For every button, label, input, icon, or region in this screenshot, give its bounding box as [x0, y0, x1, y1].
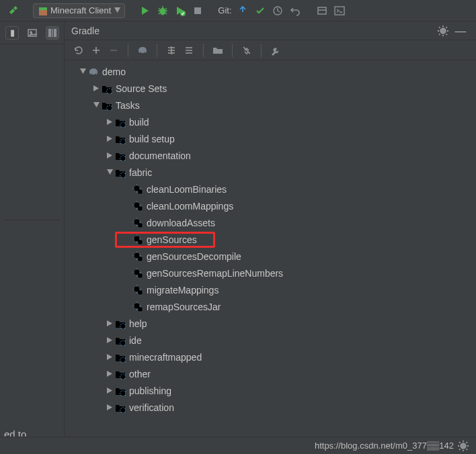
task-cleanLoomMappings[interactable]: cleanLoomMappings — [65, 197, 476, 214]
chevron-down-icon[interactable] — [78, 69, 87, 75]
folder-gear-icon — [101, 99, 113, 111]
hammer-icon[interactable] — [6, 4, 19, 17]
left-gutter: ▮ ed to — [0, 21, 65, 454]
offline-mode-icon[interactable] — [240, 44, 253, 57]
chevron-right-icon[interactable] — [105, 404, 114, 410]
panel-settings-icon[interactable] — [436, 24, 450, 38]
remove-icon — [107, 44, 120, 57]
gear-icon — [132, 183, 144, 195]
chevron-right-icon[interactable] — [105, 388, 114, 394]
gear-icon — [132, 284, 144, 296]
chevron-right-icon[interactable] — [105, 119, 114, 125]
left-tab-cols-icon[interactable] — [46, 26, 59, 40]
tree-group-documentation[interactable]: documentation — [65, 147, 476, 164]
main-toolbar: Minecraft Client Git: — [0, 0, 476, 21]
link-project-icon[interactable] — [211, 44, 225, 57]
run-coverage-icon[interactable] — [173, 4, 187, 17]
chevron-right-icon[interactable] — [105, 136, 114, 142]
gradle-tree[interactable]: demo Source Sets Tasks build build setup — [65, 60, 476, 437]
tree-group-publishing[interactable]: publishing — [65, 382, 476, 399]
run-icon[interactable] — [138, 4, 152, 17]
tree-group-minecraftmapped[interactable]: minecraftmapped — [65, 349, 476, 365]
folder-gear-icon — [114, 385, 126, 397]
folder-gear-icon — [114, 116, 126, 128]
task-downloadAssets[interactable]: downloadAssets — [65, 214, 476, 231]
task-cleanLoomBinaries[interactable]: cleanLoomBinaries — [65, 181, 476, 197]
run-config-label: Minecraft Client — [50, 5, 111, 15]
left-tab-image-icon[interactable] — [26, 26, 39, 40]
terminal-icon[interactable] — [333, 4, 346, 17]
folder-gear-icon — [114, 351, 126, 363]
task-genSources[interactable]: genSources — [65, 231, 476, 248]
tree-group-build-setup[interactable]: build setup — [65, 130, 476, 147]
gear-icon — [132, 251, 144, 263]
chevron-right-icon[interactable] — [105, 337, 114, 343]
folder-gear-icon — [114, 150, 126, 162]
chevron-right-icon[interactable] — [105, 354, 114, 360]
elephant-icon — [87, 66, 100, 78]
gear-icon — [132, 301, 144, 313]
left-tab-1-icon[interactable]: ▮ — [5, 26, 19, 40]
panel-header: Gradle — — [65, 21, 476, 40]
task-genSourcesDecompile[interactable]: genSourcesDecompile — [65, 248, 476, 265]
chevron-right-icon[interactable] — [105, 371, 114, 377]
panel-hide-icon[interactable]: — — [454, 24, 467, 38]
chevron-right-icon[interactable] — [91, 85, 101, 91]
chevron-down-icon[interactable] — [105, 169, 114, 175]
tree-root[interactable]: demo — [65, 63, 476, 80]
gradle-panel: Gradle — demo Source Sets — [65, 21, 476, 437]
chevron-right-icon[interactable] — [105, 152, 114, 158]
tree-group-verification[interactable]: verification — [65, 399, 476, 416]
git-commit-icon[interactable] — [253, 4, 267, 17]
tree-group-fabric[interactable]: fabric — [65, 164, 476, 181]
task-genSourcesRemapLineNumbers[interactable]: genSourcesRemapLineNumbers — [65, 265, 476, 281]
stop-icon — [191, 4, 204, 17]
folder-gear-icon — [114, 368, 126, 380]
gradle-toolbar — [65, 40, 476, 60]
tree-root-label: demo — [102, 66, 126, 77]
folder-gear-icon — [114, 133, 126, 145]
git-revert-icon[interactable] — [288, 4, 302, 17]
add-icon[interactable] — [89, 44, 103, 57]
refresh-icon[interactable] — [72, 44, 85, 57]
chevron-down-icon — [114, 7, 120, 13]
run-config-combo[interactable]: Minecraft Client — [33, 3, 125, 18]
tree-group-ide[interactable]: ide — [65, 332, 476, 349]
debug-icon[interactable] — [156, 4, 169, 17]
panel-title-text: Gradle — [71, 26, 100, 36]
task-remapSourcesJar[interactable]: remapSourcesJar — [65, 298, 476, 315]
execute-task-icon[interactable] — [136, 44, 149, 57]
gear-icon — [132, 217, 144, 229]
status-bar: https://blog.csdn.net/m0_377▒▒142 — [0, 437, 476, 454]
gear-icon — [132, 234, 144, 246]
git-label: Git: — [218, 5, 231, 15]
tree-group-other[interactable]: other — [65, 365, 476, 382]
expand-all-icon[interactable] — [165, 44, 178, 57]
shelf-icon[interactable] — [315, 4, 329, 17]
tree-group-build[interactable]: build — [65, 114, 476, 130]
tree-source-sets[interactable]: Source Sets — [65, 80, 476, 97]
chevron-down-icon[interactable] — [91, 102, 101, 108]
chevron-right-icon[interactable] — [105, 320, 114, 326]
folder-gear-icon — [114, 402, 126, 414]
tree-group-help[interactable]: help — [65, 315, 476, 332]
folder-gear-icon — [114, 318, 126, 330]
folder-gear-icon — [101, 83, 113, 95]
collapse-all-icon[interactable] — [182, 44, 196, 57]
tree-tasks[interactable]: Tasks — [65, 97, 476, 114]
task-migrateMappings[interactable]: migrateMappings — [65, 281, 476, 298]
gear-icon — [132, 267, 144, 279]
build-settings-icon[interactable] — [269, 44, 282, 57]
git-history-icon[interactable] — [271, 4, 284, 17]
folder-gear-icon — [114, 334, 126, 347]
status-gear-icon[interactable] — [457, 439, 470, 453]
git-update-icon[interactable] — [236, 4, 249, 17]
gear-icon — [132, 200, 144, 212]
folder-gear-icon — [114, 167, 126, 179]
status-text: https://blog.csdn.net/m0_377▒▒142 — [315, 441, 454, 451]
